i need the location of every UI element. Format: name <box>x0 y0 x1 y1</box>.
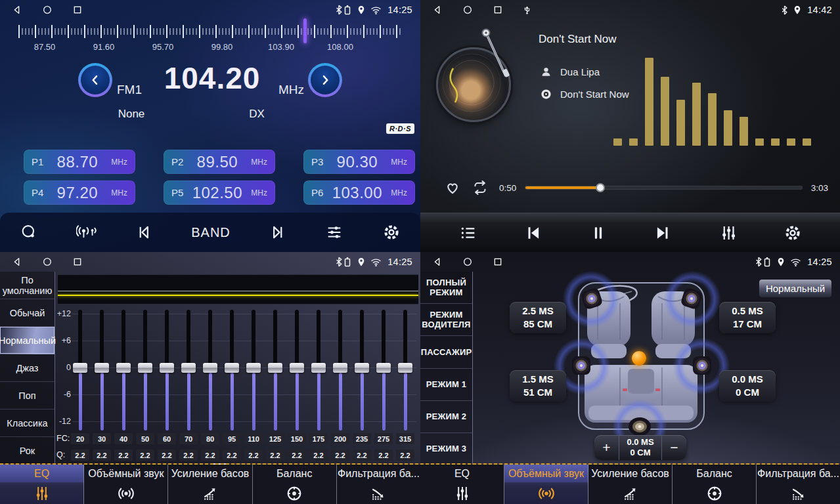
eq-slider-knob[interactable] <box>355 363 369 373</box>
tab-eq-sliders[interactable]: EQ <box>0 465 84 504</box>
eq-slider-knob[interactable] <box>246 363 261 373</box>
favorite-heart-icon[interactable] <box>444 179 461 196</box>
eq-slider-knob[interactable] <box>311 363 326 373</box>
tune-up-button[interactable] <box>308 63 342 97</box>
tab-surround[interactable]: Объёмный звук <box>504 465 588 504</box>
home-icon[interactable] <box>462 257 473 267</box>
home-icon[interactable] <box>462 5 473 15</box>
rear-right-delay-button[interactable]: 0.0 MS 0 CM <box>719 370 776 402</box>
preset-button-p5[interactable]: P5102.50MHz <box>164 180 275 205</box>
home-icon[interactable] <box>42 5 53 15</box>
eq-slider-knob[interactable] <box>95 363 109 373</box>
eq-preset-item[interactable]: Нормальный <box>0 327 55 354</box>
repeat-icon[interactable] <box>470 179 490 196</box>
recents-icon[interactable] <box>72 5 83 15</box>
settings-gear-icon[interactable] <box>382 223 401 242</box>
eq-slider-knob[interactable] <box>73 363 87 373</box>
preset-button-p6[interactable]: P6103.00MHz <box>303 180 415 205</box>
eq-slider-knob[interactable] <box>138 363 152 373</box>
band-q-value: 2.2 <box>353 450 371 461</box>
front-right-delay-button[interactable]: 0.5 MS 17 CM <box>719 302 776 333</box>
dial-tick <box>183 25 184 38</box>
preset-button-p4[interactable]: P497.20MHz <box>24 180 135 205</box>
mode-item-4[interactable]: РЕЖИМ 1 <box>420 369 472 401</box>
seek-bar-knob[interactable] <box>596 183 605 192</box>
playlist-icon[interactable] <box>458 224 478 242</box>
mixer-icon[interactable] <box>718 223 738 243</box>
eq-slider-knob[interactable] <box>268 363 282 373</box>
tune-down-button[interactable] <box>78 63 112 97</box>
back-icon[interactable] <box>12 5 22 15</box>
preset-frequency: 97.20 <box>43 184 111 202</box>
mode-item-3[interactable]: ПАССАЖИР <box>420 336 472 368</box>
settings-gear-icon[interactable] <box>784 224 802 242</box>
surround-preset-button[interactable]: Нормальный <box>759 279 832 298</box>
pause-icon[interactable] <box>589 223 608 243</box>
listening-position-ball[interactable] <box>632 351 646 366</box>
tab-bass-boost[interactable]: Усиление басов <box>588 465 673 504</box>
eq-slider-knob[interactable] <box>160 363 174 373</box>
front-left-delay-button[interactable]: 2.5 MS 85 CM <box>510 302 566 333</box>
frequency-dial[interactable] <box>18 24 402 41</box>
dial-tick <box>366 28 368 35</box>
equalizer-icon[interactable] <box>324 223 344 242</box>
dial-tick <box>202 28 204 35</box>
back-icon[interactable] <box>432 5 443 15</box>
visualizer-bar <box>645 58 653 146</box>
recents-icon[interactable] <box>493 257 503 267</box>
eq-slider-fill <box>231 373 234 430</box>
tab-bass-boost[interactable]: Усиление басов <box>168 465 252 504</box>
back-icon[interactable] <box>432 257 443 267</box>
recents-icon[interactable] <box>72 257 83 267</box>
dial-tick <box>360 28 361 35</box>
previous-track-icon[interactable] <box>523 223 543 243</box>
tab-balance[interactable]: Баланс <box>253 465 337 504</box>
recents-icon[interactable] <box>493 5 503 15</box>
eq-preset-item[interactable]: Обычай <box>0 299 55 327</box>
tab-balance[interactable]: Баланс <box>673 465 757 504</box>
scan-icon[interactable] <box>20 223 38 242</box>
delay-cm: 0 CM <box>736 386 759 399</box>
preset-unit: MHz <box>111 158 127 167</box>
dial-tick <box>314 25 315 38</box>
eq-slider-knob[interactable] <box>181 363 196 373</box>
previous-station-icon[interactable] <box>135 223 153 242</box>
eq-preset-item[interactable]: Джаз <box>0 354 55 382</box>
tab-filter[interactable]: Фильтрация ба... <box>337 465 420 504</box>
eq-slider-knob[interactable] <box>290 363 304 373</box>
tab-surround[interactable]: Объёмный звук <box>84 465 168 504</box>
seek-bar[interactable] <box>525 186 801 189</box>
eq-slider-knob[interactable] <box>225 363 239 373</box>
eq-slider-knob[interactable] <box>333 363 347 373</box>
preset-button-p1[interactable]: P188.70MHz <box>24 150 135 174</box>
eq-slider-knob[interactable] <box>116 363 131 373</box>
band-button[interactable]: BAND <box>191 225 231 240</box>
rear-left-delay-button[interactable]: 1.5 MS 51 CM <box>510 370 566 402</box>
preset-button-p2[interactable]: P289.50MHz <box>164 150 275 174</box>
next-station-icon[interactable] <box>269 223 287 242</box>
band-fc-value: 80 <box>201 433 219 444</box>
eq-slider-knob[interactable] <box>203 363 217 373</box>
broadcast-seek-icon[interactable] <box>76 223 97 242</box>
decrease-delay-button[interactable]: − <box>662 435 686 460</box>
eq-preset-item[interactable]: Классика <box>0 410 55 437</box>
eq-preset-item[interactable]: По умолчанию <box>0 272 55 299</box>
preset-button-p3[interactable]: P390.30MHz <box>303 150 415 174</box>
increase-delay-button[interactable]: + <box>594 435 619 460</box>
home-icon[interactable] <box>42 257 53 267</box>
mode-item-5[interactable]: РЕЖИМ 2 <box>420 401 472 433</box>
tab-filter[interactable]: Фильтрация ба... <box>757 465 840 504</box>
eq-slider-knob[interactable] <box>398 363 412 373</box>
mode-item-6[interactable]: РЕЖИМ 3 <box>420 433 472 465</box>
eq-slider-fill <box>274 373 277 430</box>
tab-eq-sliders[interactable]: EQ <box>420 465 504 504</box>
mode-item-1[interactable]: ПОЛНЫЙ РЕЖИМ <box>420 272 472 304</box>
eq-preset-item[interactable]: Рок <box>0 437 55 465</box>
back-icon[interactable] <box>12 257 22 267</box>
eq-slider-knob[interactable] <box>376 363 391 373</box>
mode-item-2[interactable]: РЕЖИМ ВОДИТЕЛЯ <box>420 304 472 336</box>
next-track-icon[interactable] <box>653 223 673 243</box>
clock: 14:42 <box>807 5 832 15</box>
eq-preset-item[interactable]: Поп <box>0 382 55 410</box>
seek-bar-fill <box>525 186 600 189</box>
